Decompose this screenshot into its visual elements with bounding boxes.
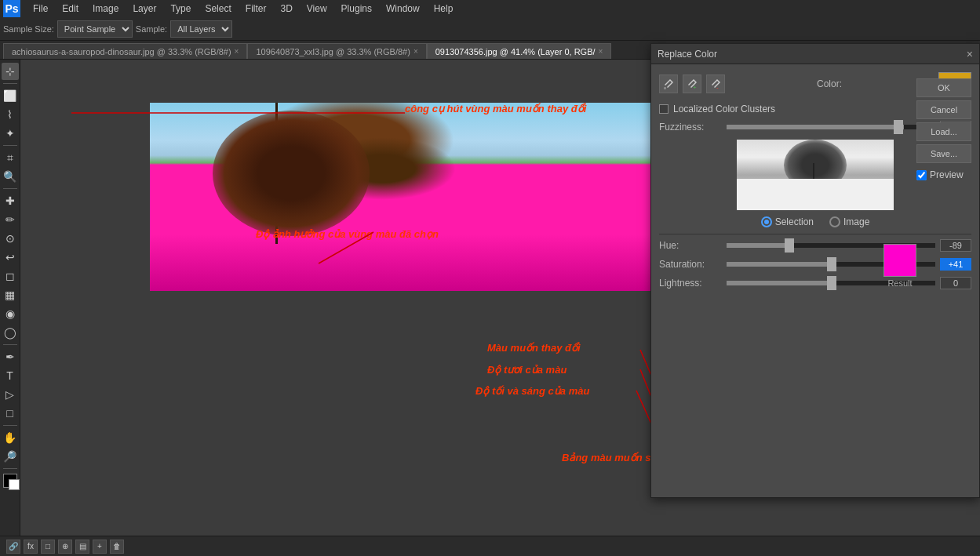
statusbar: 🔗 fx □ ⊕ ▤ + 🗑 bbox=[0, 536, 980, 556]
fuzziness-thumb[interactable] bbox=[894, 120, 903, 134]
menu-layer[interactable]: Layer bbox=[126, 2, 162, 16]
left-toolbar: ⊹ ⬜ ⌇ ✦ ⌗ 🔍 ✚ ✏ ⊙ ↩ ◻ ▦ ◉ ◯ ✒ T ▷ □ ✋ 🔎 bbox=[0, 60, 20, 556]
display-mode-row: Selection Image bbox=[659, 216, 971, 227]
sample-label: Sample: bbox=[136, 24, 167, 34]
blur-tool[interactable]: ◉ bbox=[2, 305, 19, 322]
tab-2[interactable]: 0913074356.jpg @ 41.4% (Layer 0, RGB/ × bbox=[427, 43, 612, 59]
saturation-thumb[interactable] bbox=[827, 257, 836, 271]
menu-select[interactable]: Select bbox=[199, 2, 237, 16]
status-new-icon[interactable]: + bbox=[93, 540, 107, 554]
marquee-tool[interactable]: ⬜ bbox=[2, 87, 19, 104]
stamp-tool[interactable]: ⊙ bbox=[2, 230, 19, 247]
dialog-buttons: OK Cancel Load... Save... Preview bbox=[916, 78, 971, 180]
options-toolbar: Sample Size: Point Sample Sample: All La… bbox=[0, 17, 980, 41]
menu-filter[interactable]: Filter bbox=[239, 2, 273, 16]
status-link-icon[interactable]: 🔗 bbox=[6, 540, 20, 554]
pen-tool[interactable]: ✒ bbox=[2, 348, 19, 365]
menu-image[interactable]: Image bbox=[86, 2, 125, 16]
magic-wand-tool[interactable]: ✦ bbox=[2, 125, 19, 142]
fuzziness-fill bbox=[727, 125, 904, 129]
history-brush[interactable]: ↩ bbox=[2, 249, 19, 266]
menu-plugins[interactable]: Plugins bbox=[335, 2, 378, 16]
move-tool[interactable]: ⊹ bbox=[2, 63, 19, 80]
menu-type[interactable]: Type bbox=[164, 2, 197, 16]
status-group-icon[interactable]: ▤ bbox=[75, 540, 89, 554]
tab-1-close[interactable]: × bbox=[413, 47, 418, 56]
hue-fill bbox=[727, 243, 789, 248]
eyedropper-add-button[interactable]: + bbox=[683, 74, 701, 93]
shape-tool[interactable]: □ bbox=[2, 405, 19, 422]
sample-size-select[interactable]: Point Sample bbox=[57, 20, 133, 38]
dialog-titlebar: Replace Color × bbox=[651, 44, 979, 64]
crop-tool[interactable]: ⌗ bbox=[2, 149, 19, 166]
healing-tool[interactable]: ✚ bbox=[2, 192, 19, 209]
save-button[interactable]: Save... bbox=[916, 144, 971, 163]
gradient-tool[interactable]: ▦ bbox=[2, 286, 19, 303]
saturation-label: Saturation: bbox=[659, 259, 722, 270]
text-tool[interactable]: T bbox=[2, 367, 19, 384]
color-label: Color: bbox=[817, 78, 842, 89]
tool-sep-2 bbox=[3, 145, 17, 146]
selection-radio[interactable]: Selection bbox=[761, 216, 814, 227]
lightness-fill bbox=[727, 281, 831, 285]
status-mask-icon[interactable]: ⊕ bbox=[58, 540, 72, 554]
menu-3d[interactable]: 3D bbox=[274, 2, 298, 16]
tab-1[interactable]: 109640873_xxl3.jpg @ 33.3% (RGB/8#) × bbox=[247, 43, 426, 59]
menu-view[interactable]: View bbox=[301, 2, 333, 16]
zoom-tool[interactable]: 🔎 bbox=[2, 448, 19, 465]
dialog-title: Replace Color bbox=[658, 49, 967, 60]
svg-rect-8 bbox=[664, 87, 666, 89]
cancel-button[interactable]: Cancel bbox=[916, 100, 971, 119]
svg-text:+: + bbox=[693, 84, 697, 89]
image-radio[interactable]: Image bbox=[829, 216, 869, 227]
load-button[interactable]: Load... bbox=[916, 122, 971, 141]
tree-canopy bbox=[213, 111, 370, 236]
eyedropper-tool[interactable]: 🔍 bbox=[2, 168, 19, 185]
tab-0-close[interactable]: × bbox=[235, 47, 239, 56]
ok-button[interactable]: OK bbox=[916, 78, 971, 97]
localized-color-checkbox[interactable] bbox=[659, 104, 669, 114]
tab-0[interactable]: achiosaurus-a-sauropod-dinosaur.jpg @ 33… bbox=[3, 43, 247, 59]
saturation-value[interactable] bbox=[940, 258, 971, 271]
canvas-image[interactable] bbox=[150, 103, 668, 291]
path-tool[interactable]: ▷ bbox=[2, 386, 19, 403]
lasso-tool[interactable]: ⌇ bbox=[2, 106, 19, 123]
preview-checkbox[interactable] bbox=[916, 170, 927, 180]
lightness-value[interactable] bbox=[940, 277, 971, 289]
tool-sep-3 bbox=[3, 188, 17, 189]
dialog-close-button[interactable]: × bbox=[967, 48, 973, 60]
hand-tool[interactable]: ✋ bbox=[2, 429, 19, 446]
menu-help[interactable]: Help bbox=[428, 2, 460, 16]
foreground-color[interactable] bbox=[3, 474, 17, 488]
sample-value-select[interactable]: All Layers bbox=[170, 20, 232, 38]
hue-value[interactable] bbox=[940, 239, 971, 252]
sample-size-label: Sample Size: bbox=[3, 24, 54, 34]
status-fx-icon[interactable]: fx bbox=[24, 540, 38, 554]
menu-file[interactable]: File bbox=[27, 2, 54, 16]
preview-image bbox=[737, 140, 894, 210]
status-layer-icon[interactable]: □ bbox=[41, 540, 55, 554]
tool-sep-4 bbox=[3, 344, 17, 345]
background-color[interactable] bbox=[9, 479, 20, 490]
eraser-tool[interactable]: ◻ bbox=[2, 267, 19, 285]
divider-1 bbox=[659, 234, 971, 234]
tool-sep-1 bbox=[3, 83, 17, 84]
result-color-swatch[interactable] bbox=[883, 244, 916, 277]
saturation-row: Saturation: bbox=[659, 258, 971, 271]
dodge-tool[interactable]: ◯ bbox=[2, 324, 19, 341]
tab-1-label: 109640873_xxl3.jpg @ 33.3% (RGB/8#) bbox=[256, 47, 410, 56]
status-delete-icon[interactable]: 🗑 bbox=[110, 540, 124, 554]
brush-tool[interactable]: ✏ bbox=[2, 211, 19, 228]
menu-edit[interactable]: Edit bbox=[56, 2, 85, 16]
eyedropper-remove-button[interactable]: - bbox=[706, 74, 725, 93]
hue-thumb[interactable] bbox=[785, 238, 794, 253]
preview-label: Preview bbox=[930, 169, 964, 180]
preview-row: Preview bbox=[916, 169, 971, 180]
tab-0-label: achiosaurus-a-sauropod-dinosaur.jpg @ 33… bbox=[12, 47, 231, 56]
menu-window[interactable]: Window bbox=[380, 2, 426, 16]
eyedropper-button[interactable] bbox=[659, 74, 678, 93]
saturation-fill bbox=[727, 262, 831, 267]
tab-2-close[interactable]: × bbox=[599, 47, 603, 56]
result-label: Result bbox=[887, 278, 912, 288]
lightness-thumb[interactable] bbox=[827, 276, 836, 290]
